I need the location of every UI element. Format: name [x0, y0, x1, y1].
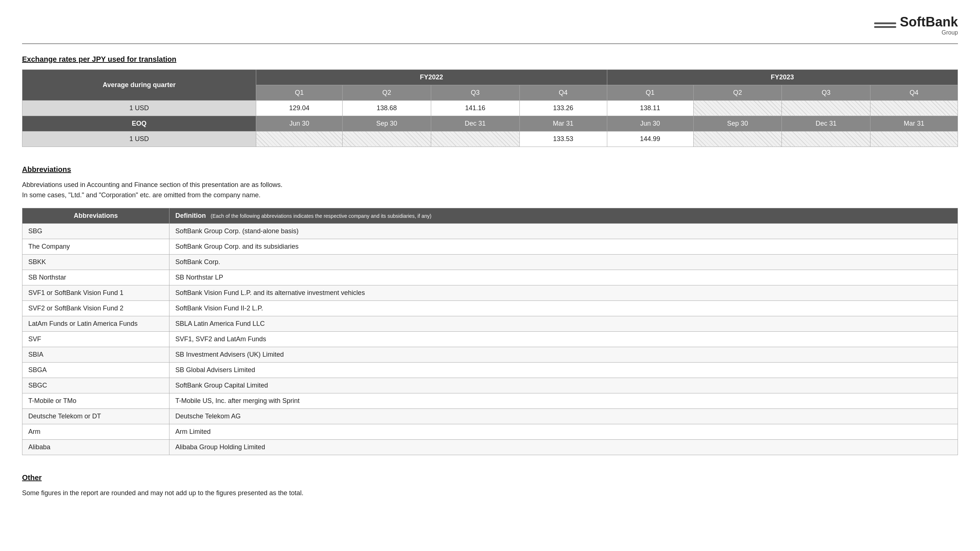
fy-group-row: Average during quarter FY2022 FY2023 — [22, 70, 958, 85]
abbr-row: AlibabaAlibaba Group Holding Limited — [22, 440, 958, 455]
abbr-desc-line2: In some cases, "Ltd." and "Corporation" … — [22, 191, 261, 199]
eoq-label: EOQ — [22, 116, 256, 131]
eoq-dates-row: EOQ Jun 30 Sep 30 Dec 31 Mar 31 Jun 30 S… — [22, 116, 958, 131]
eoq-usd-row: 1 USD 133.53 144.99 — [22, 131, 958, 146]
eoq-q1-fy2022 — [256, 131, 343, 146]
eoq-date-q2-fy2023: Sep 30 — [693, 116, 782, 131]
def-cell: Deutsche Telekom AG — [169, 409, 958, 424]
abbr-cell: SVF — [22, 332, 169, 347]
abbr-row: SVFSVF1, SVF2 and LatAm Funds — [22, 332, 958, 347]
other-title: Other — [22, 473, 958, 482]
abbr-row: SBGASB Global Advisers Limited — [22, 362, 958, 378]
q1-fy2023: Q1 — [607, 85, 693, 100]
logo-line-bottom — [874, 26, 896, 28]
def-cell: SoftBank Group Corp. (stand-alone basis) — [169, 224, 958, 239]
def-col-header: Definition (Each of the following abbrev… — [169, 208, 958, 224]
def-cell: SB Global Advisers Limited — [169, 362, 958, 378]
q3-fy2022: Q3 — [431, 85, 519, 100]
abbr-desc-block: Abbreviations used in Accounting and Fin… — [22, 179, 958, 201]
abbr-row: SBGCSoftBank Group Capital Limited — [22, 378, 958, 394]
abbr-row: SBGSoftBank Group Corp. (stand-alone bas… — [22, 224, 958, 239]
exchange-title: Exchange rates per JPY used for translat… — [22, 55, 958, 64]
avg-quarter-header: Average during quarter — [22, 70, 256, 100]
abbr-table: Abbreviations Definition (Each of the fo… — [22, 208, 958, 455]
logo-text-block: SoftBank Group — [900, 15, 958, 36]
def-cell: SoftBank Vision Fund II-2 L.P. — [169, 301, 958, 316]
def-col-label: Definition — [175, 212, 206, 219]
usd-label-2: 1 USD — [22, 131, 256, 146]
avg-q1-fy2022: 129.04 — [256, 100, 343, 116]
q2-fy2023: Q2 — [693, 85, 782, 100]
fy2023-header: FY2023 — [607, 70, 958, 85]
eoq-q1-fy2023: 144.99 — [607, 131, 693, 146]
eoq-q2-fy2023 — [693, 131, 782, 146]
eoq-date-q1-fy2023: Jun 30 — [607, 116, 693, 131]
abbr-col-header: Abbreviations — [22, 208, 169, 224]
eoq-date-q3-fy2023: Dec 31 — [782, 116, 870, 131]
avg-q2-fy2023 — [693, 100, 782, 116]
abbr-row: SB NorthstarSB Northstar LP — [22, 270, 958, 286]
q3-fy2023: Q3 — [782, 85, 870, 100]
eoq-date-q2-fy2022: Sep 30 — [343, 116, 431, 131]
q1-fy2022: Q1 — [256, 85, 343, 100]
other-section: Other Some figures in the report are rou… — [22, 473, 958, 499]
q4-fy2023: Q4 — [870, 85, 958, 100]
avg-usd-row: 1 USD 129.04 138.68 141.16 133.26 138.11 — [22, 100, 958, 116]
abbr-row: SVF2 or SoftBank Vision Fund 2SoftBank V… — [22, 301, 958, 316]
eoq-q4-fy2022: 133.53 — [519, 131, 607, 146]
def-cell: SVF1, SVF2 and LatAm Funds — [169, 332, 958, 347]
abbr-cell: Deutsche Telekom or DT — [22, 409, 169, 424]
abbr-row: SBIASB Investment Advisers (UK) Limited — [22, 347, 958, 362]
abbr-cell: SVF2 or SoftBank Vision Fund 2 — [22, 301, 169, 316]
avg-q1-fy2023: 138.11 — [607, 100, 693, 116]
eoq-q4-fy2023 — [870, 131, 958, 146]
logo-sub: Group — [900, 29, 958, 36]
abbr-row: ArmArm Limited — [22, 424, 958, 440]
eoq-q2-fy2022 — [343, 131, 431, 146]
abbr-row: SVF1 or SoftBank Vision Fund 1SoftBank V… — [22, 286, 958, 301]
logo-brand: SoftBank — [900, 15, 958, 29]
abbr-row: T-Mobile or TMoT-Mobile US, Inc. after m… — [22, 394, 958, 409]
avg-q4-fy2022: 133.26 — [519, 100, 607, 116]
logo-line-top — [874, 22, 896, 24]
avg-q3-fy2023 — [782, 100, 870, 116]
eoq-q3-fy2023 — [782, 131, 870, 146]
abbr-cell: The Company — [22, 239, 169, 254]
avg-q4-fy2023 — [870, 100, 958, 116]
other-desc: Some figures in the report are rounded a… — [22, 488, 958, 499]
def-cell: Alibaba Group Holding Limited — [169, 440, 958, 455]
abbr-row: LatAm Funds or Latin America FundsSBLA L… — [22, 316, 958, 332]
def-cell: SB Investment Advisers (UK) Limited — [169, 347, 958, 362]
eoq-q3-fy2022 — [431, 131, 519, 146]
def-cell: SoftBank Vision Fund L.P. and its altern… — [169, 286, 958, 301]
def-cell: SBLA Latin America Fund LLC — [169, 316, 958, 332]
abbr-desc-line1: Abbreviations used in Accounting and Fin… — [22, 181, 282, 189]
eoq-date-q3-fy2022: Dec 31 — [431, 116, 519, 131]
abbr-title: Abbreviations — [22, 165, 958, 174]
eoq-date-q4-fy2022: Mar 31 — [519, 116, 607, 131]
abbr-row: The CompanySoftBank Group Corp. and its … — [22, 239, 958, 254]
q2-fy2022: Q2 — [343, 85, 431, 100]
abbreviations-section: Abbreviations Abbreviations used in Acco… — [22, 165, 958, 456]
eoq-date-q1-fy2022: Jun 30 — [256, 116, 343, 131]
abbr-cell: SVF1 or SoftBank Vision Fund 1 — [22, 286, 169, 301]
abbr-cell: SB Northstar — [22, 270, 169, 286]
top-divider — [22, 43, 958, 44]
avg-q3-fy2022: 141.16 — [431, 100, 519, 116]
usd-label-1: 1 USD — [22, 100, 256, 116]
def-cell: SoftBank Corp. — [169, 254, 958, 270]
abbr-cell: T-Mobile or TMo — [22, 394, 169, 409]
def-cell: SoftBank Group Corp. and its subsidiarie… — [169, 239, 958, 254]
def-col-note: (Each of the following abbreviations ind… — [211, 213, 431, 219]
fy2022-header: FY2022 — [256, 70, 607, 85]
def-cell: SB Northstar LP — [169, 270, 958, 286]
def-cell: Arm Limited — [169, 424, 958, 440]
abbr-row: SBKKSoftBank Corp. — [22, 254, 958, 270]
avg-q2-fy2022: 138.68 — [343, 100, 431, 116]
abbr-cell: Arm — [22, 424, 169, 440]
abbr-cell: SBGC — [22, 378, 169, 394]
def-cell: SoftBank Group Capital Limited — [169, 378, 958, 394]
abbr-cell: SBKK — [22, 254, 169, 270]
abbr-cell: Alibaba — [22, 440, 169, 455]
q4-fy2022: Q4 — [519, 85, 607, 100]
